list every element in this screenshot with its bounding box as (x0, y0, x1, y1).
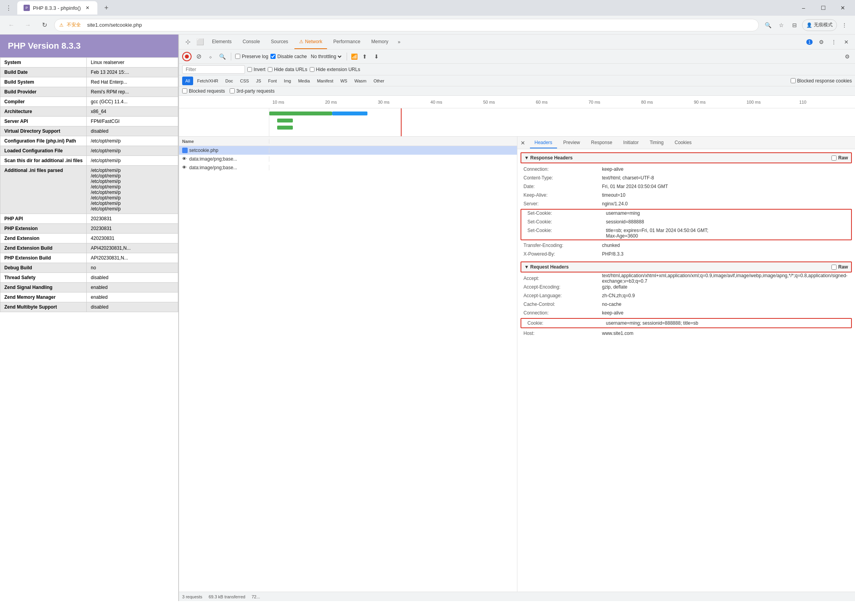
invert-checkbox[interactable] (247, 67, 252, 72)
type-filter-fetch-xhr[interactable]: Fetch/XHR (194, 77, 221, 85)
request-headers-section[interactable]: ▼ Request Headers Raw (521, 261, 852, 272)
timeline-label: 20 ms (325, 100, 378, 104)
devtools-inspect-icon[interactable]: ⊹ (182, 37, 193, 48)
hide-ext-urls-label[interactable]: Hide extension URLs (310, 67, 360, 72)
php-header: PHP Version 8.3.3 (0, 35, 178, 57)
disable-cache-checkbox[interactable] (270, 54, 276, 59)
type-filter-css[interactable]: CSS (237, 77, 252, 85)
php-cell-value: no (87, 263, 178, 273)
close-btn[interactable]: ✕ (834, 2, 852, 14)
browser-menu-btn[interactable]: ⋮ (3, 2, 14, 13)
php-row: Server APIFPM/FastCGI (0, 117, 178, 126)
tab-headers[interactable]: Headers (530, 137, 557, 148)
php-cell-key: Build System (0, 77, 87, 87)
filter-icon[interactable]: ⬦ (206, 52, 215, 61)
disable-cache-label[interactable]: Disable cache (270, 54, 307, 59)
reload-btn[interactable]: ↻ (38, 18, 51, 32)
type-filter-doc[interactable]: Doc (222, 77, 236, 85)
tab-memory[interactable]: Memory (367, 35, 393, 49)
request-row[interactable]: 👁data:image/png;base... (179, 155, 517, 163)
tab-performance[interactable]: Performance (329, 35, 365, 49)
hide-ext-urls-checkbox[interactable] (310, 67, 314, 72)
tab-sources[interactable]: Sources (266, 35, 293, 49)
import-btn[interactable]: ⬆ (360, 52, 369, 61)
type-filter-media[interactable]: Media (295, 77, 313, 85)
type-filter-font[interactable]: Font (265, 77, 280, 85)
tab-initiator[interactable]: Initiator (619, 137, 643, 148)
devtools-more-icon[interactable]: ⋮ (828, 37, 839, 48)
hide-data-urls-label[interactable]: Hide data URLs (268, 67, 307, 72)
tab-timing[interactable]: Timing (645, 137, 669, 148)
tab-cookies[interactable]: Cookies (670, 137, 696, 148)
search-icon[interactable]: 🔍 (217, 52, 227, 61)
invert-label[interactable]: Invert (247, 67, 265, 72)
filter-bar: Invert Hide data URLs Hide extension URL… (179, 64, 855, 75)
request-row[interactable]: setcookie.php (179, 146, 517, 155)
type-filter-other[interactable]: Other (370, 77, 387, 85)
tab-network[interactable]: ⚠ Network (294, 35, 327, 49)
response-raw-checkbox[interactable]: Raw (831, 155, 848, 161)
type-filter-ws[interactable]: WS (337, 77, 351, 85)
title-bar: ⋮ P PHP 8.3.3 - phpinfo() ✕ + – ☐ ✕ (0, 0, 855, 16)
forward-btn[interactable]: → (21, 18, 35, 32)
preserve-log-checkbox[interactable] (235, 54, 240, 59)
wifi-icon[interactable]: 📶 (351, 53, 358, 60)
type-filter-manifest[interactable]: Manifest (314, 77, 336, 85)
request-raw-checkbox[interactable]: Raw (831, 264, 848, 270)
type-filter-img[interactable]: Img (281, 77, 294, 85)
close-headers-btn[interactable]: ✕ (521, 140, 525, 146)
request-row[interactable]: 👁data:image/png;base... (179, 163, 517, 172)
response-headers-section[interactable]: ▼ Response Headers Raw (521, 152, 852, 163)
third-party-label[interactable]: 3rd-party requests (230, 88, 274, 94)
sidebar-btn[interactable]: ⊟ (789, 19, 800, 31)
img-icon: 👁 (182, 165, 188, 170)
minimize-btn[interactable]: – (795, 2, 813, 14)
devtools-close-icon[interactable]: ✕ (841, 37, 852, 48)
tab-console[interactable]: Console (238, 35, 265, 49)
php-row: Scan this dir for additional .ini files/… (0, 156, 178, 166)
network-settings-icon[interactable]: ⚙ (842, 52, 852, 61)
blocked-cookies-label[interactable]: Blocked response cookies (791, 78, 852, 84)
tab-response[interactable]: Response (586, 137, 617, 148)
blocked-cookies-checkbox[interactable] (791, 78, 796, 83)
set-cookie-name: Set-Cookie: (528, 228, 606, 233)
new-tab-btn[interactable]: + (100, 2, 112, 14)
active-tab[interactable]: P PHP 8.3.3 - phpinfo() ✕ (17, 1, 97, 15)
incognito-btn[interactable]: 👤 无痕模式 (802, 19, 837, 31)
more-btn[interactable]: ⋮ (839, 19, 850, 31)
back-btn[interactable]: ← (5, 18, 18, 32)
request-name-cell: setcookie.php (179, 148, 269, 153)
type-filter-wasm[interactable]: Wasm (351, 77, 370, 85)
php-cell-key: Zend Extension (0, 234, 87, 243)
tab-close-btn[interactable]: ✕ (84, 4, 91, 11)
third-party-checkbox[interactable] (230, 88, 235, 93)
blocked-requests-label[interactable]: Blocked requests (182, 88, 225, 94)
type-filter-js[interactable]: JS (253, 77, 264, 85)
more-tabs-btn[interactable]: » (395, 35, 404, 49)
record-btn[interactable] (182, 52, 192, 61)
maximize-btn[interactable]: ☐ (814, 2, 832, 14)
clear-btn[interactable]: ⊘ (194, 52, 203, 61)
tab-preview[interactable]: Preview (559, 137, 585, 148)
response-raw-input[interactable] (831, 155, 837, 161)
tab-elements[interactable]: Elements (207, 35, 236, 49)
lens-btn[interactable]: 🔍 (762, 19, 774, 31)
filter-input[interactable] (182, 65, 245, 74)
request-header-value: keep-alive (602, 310, 849, 316)
hide-data-urls-checkbox[interactable] (268, 67, 272, 72)
star-btn[interactable]: ☆ (775, 19, 787, 31)
export-btn[interactable]: ⬇ (372, 52, 381, 61)
raw-text: Raw (838, 155, 848, 161)
request-raw-input[interactable] (831, 265, 837, 270)
request-headers-label: ▼ Request Headers (524, 264, 569, 270)
title-bar-left: ⋮ (3, 2, 14, 13)
blocked-requests-checkbox[interactable] (182, 88, 187, 93)
preserve-log-label[interactable]: Preserve log (235, 54, 268, 59)
response-header-name-2: X-Powered-By: (524, 251, 602, 257)
type-filter-all[interactable]: All (182, 77, 193, 85)
devtools-device-icon[interactable]: ⬜ (195, 37, 206, 48)
throttle-select[interactable]: No throttling (309, 52, 343, 61)
php-cell-value: /etc/opt/remi/p (87, 136, 178, 146)
devtools-settings-icon[interactable]: ⚙ (816, 37, 827, 48)
address-bar[interactable]: ⚠ 不安全 site1.com/setcookie.php (54, 19, 759, 31)
